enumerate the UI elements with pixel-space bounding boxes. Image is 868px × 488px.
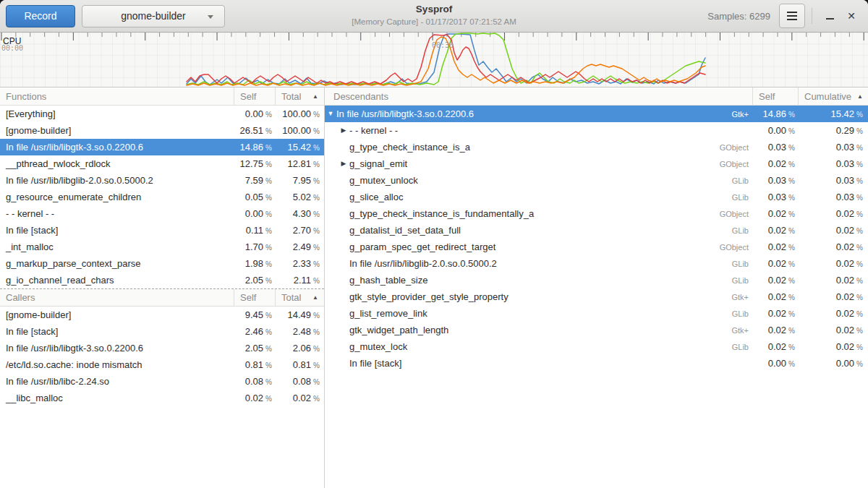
cumulative-value: 0.03% xyxy=(798,158,868,169)
table-row[interactable]: In file /usr/lib/libglib-2.0.so.0.5000.2… xyxy=(0,172,324,189)
table-row[interactable]: g_mutex_lock GLib 0.02% 0.02% xyxy=(325,338,868,355)
table-row[interactable]: In file [stack] 2.46% 2.48% xyxy=(0,323,324,340)
table-row[interactable]: - - kernel - - 0.00% 0.29% xyxy=(325,122,868,139)
library-tag: GObject xyxy=(720,143,749,152)
self-value: 0.02% xyxy=(752,275,798,286)
functions-column-header[interactable]: Functions xyxy=(0,87,234,105)
table-row[interactable]: g_list_remove_link GLib 0.02% 0.02% xyxy=(325,305,868,322)
table-row[interactable]: g_slice_alloc GLib 0.03% 0.03% xyxy=(325,189,868,205)
table-row[interactable]: /etc/ld.so.cache: inode mismatch 0.81% 0… xyxy=(0,356,324,373)
self-column-header[interactable]: Self xyxy=(234,87,275,105)
time-label-mid: 00:30 xyxy=(432,41,454,49)
function-name: In file [stack] xyxy=(0,225,234,236)
cumulative-value: 15.42% xyxy=(798,108,868,119)
table-row[interactable]: g_type_check_instance_is_a GObject 0.03%… xyxy=(325,139,868,155)
table-row[interactable]: In file [stack] 0.11% 2.70% xyxy=(0,222,324,239)
cumulative-value: 0.03% xyxy=(798,175,868,186)
table-row[interactable]: g_resource_enumerate_children 0.05% 5.02… xyxy=(0,189,324,205)
library-tag: Gtk+ xyxy=(731,326,749,335)
cumulative-value: 0.02% xyxy=(798,308,868,319)
app-title: Sysprof xyxy=(352,4,516,16)
library-tag: GObject xyxy=(720,210,749,218)
expander-icon[interactable] xyxy=(325,106,336,122)
table-row[interactable]: __libc_malloc 0.02% 0.02% xyxy=(0,390,324,406)
library-tag: Gtk+ xyxy=(731,293,749,301)
table-row[interactable]: gtk_style_provider_get_style_property Gt… xyxy=(325,288,868,305)
table-row[interactable]: In file /usr/lib/libglib-2.0.so.0.5000.2… xyxy=(325,255,868,272)
capture-subtitle: [Memory Capture] - 01/17/2017 07:21:52 A… xyxy=(352,17,516,27)
self-value: 0.02% xyxy=(752,325,798,335)
self-value: 0.02% xyxy=(752,158,798,169)
self-value: 2.05% xyxy=(234,343,275,354)
cumulative-value: 0.02% xyxy=(798,258,868,269)
table-row[interactable]: g_param_spec_get_redirect_target GObject… xyxy=(325,239,868,255)
total-column-header[interactable]: Total ▲ xyxy=(275,289,324,306)
table-row[interactable]: gtk_widget_path_length Gtk+ 0.02% 0.02% xyxy=(325,322,868,338)
self-value: 0.00% xyxy=(234,208,275,219)
self-value: 0.02% xyxy=(752,241,798,252)
table-row[interactable]: [Everything] 0.00% 100.00% xyxy=(0,106,324,122)
function-name: __libc_malloc xyxy=(0,393,234,403)
library-tag: GLib xyxy=(732,193,749,202)
self-value: 1.98% xyxy=(234,258,275,269)
total-value: 100.00% xyxy=(275,125,324,136)
function-name: gtk_widget_path_length xyxy=(349,325,731,335)
table-row[interactable]: - - kernel - - 0.00% 4.30% xyxy=(0,205,324,222)
function-name: [gnome-builder] xyxy=(0,309,234,320)
self-value: 0.02% xyxy=(752,308,798,319)
callers-column-header[interactable]: Callers xyxy=(0,289,234,306)
record-button[interactable]: Record xyxy=(6,5,75,27)
function-name: - - kernel - - xyxy=(0,208,234,219)
library-tag: Gtk+ xyxy=(731,110,749,119)
table-row[interactable]: In file /usr/lib/libgtk-3.so.0.2200.6 14… xyxy=(0,139,324,155)
functions-pane: Functions Self Total ▲ [Everything] 0.00… xyxy=(0,87,325,488)
table-row[interactable]: [gnome-builder] 26.51% 100.00% xyxy=(0,122,324,139)
menu-button[interactable] xyxy=(779,4,805,28)
table-row[interactable]: [gnome-builder] 9.45% 14.49% xyxy=(0,307,324,323)
hamburger-icon xyxy=(787,15,797,17)
header-bar: Record gnome-builder Sysprof [Memory Cap… xyxy=(0,0,868,33)
table-row[interactable]: In file /usr/lib/libgtk-3.so.0.2200.6 2.… xyxy=(0,340,324,356)
self-value: 14.86% xyxy=(752,108,798,119)
self-column-header[interactable]: Self xyxy=(234,289,275,306)
cumulative-value: 0.02% xyxy=(798,291,868,302)
total-value: 2.11% xyxy=(275,275,324,286)
functions-list: [Everything] 0.00% 100.00% [gnome-builde… xyxy=(0,106,324,288)
table-row[interactable]: g_markup_parse_context_parse 1.98% 2.33% xyxy=(0,255,324,272)
total-value: 2.70% xyxy=(275,225,324,236)
table-row[interactable]: g_datalist_id_set_data_full GLib 0.02% 0… xyxy=(325,222,868,239)
cpu-graph[interactable]: CPU 00:00 00:30 xyxy=(0,33,868,87)
function-name: g_resource_enumerate_children xyxy=(0,192,234,202)
samples-count: Samples: 6299 xyxy=(707,11,770,22)
expander-icon[interactable] xyxy=(338,122,349,139)
function-name: In file /usr/lib/libgtk-3.so.0.2200.6 xyxy=(0,343,234,354)
table-row[interactable]: _int_malloc 1.70% 2.49% xyxy=(0,239,324,255)
function-name: In file [stack] xyxy=(349,358,749,369)
descendants-column-header[interactable]: Descendants xyxy=(325,87,752,105)
self-value: 0.11% xyxy=(234,225,275,236)
table-row[interactable]: In file [stack] 0.00% 0.00% xyxy=(325,355,868,372)
table-row[interactable]: In file /usr/lib/libc-2.24.so 0.08% 0.08… xyxy=(0,373,324,390)
table-row[interactable]: g_io_channel_read_chars 2.05% 2.11% xyxy=(0,272,324,288)
total-value: 15.42% xyxy=(275,142,324,153)
table-row[interactable]: g_type_check_instance_is_fundamentally_a… xyxy=(325,205,868,222)
table-row[interactable]: g_signal_emit GObject 0.02% 0.03% xyxy=(325,155,868,172)
table-row[interactable]: g_mutex_unlock GLib 0.03% 0.03% xyxy=(325,172,868,189)
self-column-header[interactable]: Self xyxy=(752,87,798,105)
close-button[interactable]: ✕ xyxy=(841,5,862,27)
process-selector-dropdown[interactable]: gnome-builder xyxy=(82,5,225,27)
table-row[interactable]: g_hash_table_size GLib 0.02% 0.02% xyxy=(325,272,868,288)
total-value: 0.81% xyxy=(275,359,324,370)
minimize-button[interactable] xyxy=(819,5,841,27)
self-value: 1.70% xyxy=(234,241,275,252)
total-column-header[interactable]: Total ▲ xyxy=(275,87,324,105)
total-value: 12.81% xyxy=(275,158,324,169)
self-value: 0.03% xyxy=(752,192,798,202)
table-row[interactable]: __pthread_rwlock_rdlock 12.75% 12.81% xyxy=(0,155,324,172)
chevron-down-icon xyxy=(208,15,213,19)
callers-header: Callers Self Total ▲ xyxy=(0,288,324,307)
cumulative-column-header[interactable]: Cumulative ▲ xyxy=(798,87,868,105)
self-value: 0.03% xyxy=(752,142,798,153)
table-row[interactable]: In file /usr/lib/libgtk-3.so.0.2200.6 Gt… xyxy=(325,106,868,122)
expander-icon[interactable] xyxy=(338,155,349,172)
